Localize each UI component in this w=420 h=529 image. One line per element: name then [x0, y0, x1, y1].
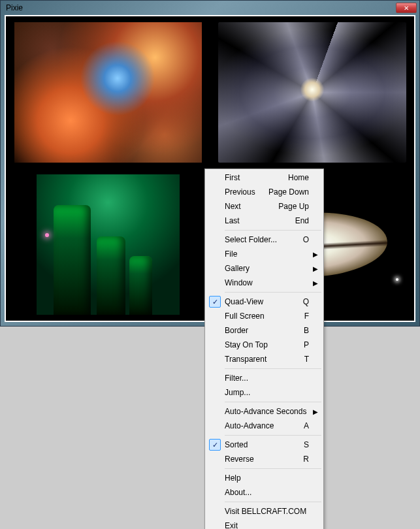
menu-item-transparent[interactable]: TransparentT	[206, 352, 322, 366]
menu-item-exit[interactable]: Exit	[206, 519, 322, 529]
menu-separator	[225, 230, 321, 231]
close-icon: ✕	[404, 5, 409, 12]
close-button[interactable]: ✕	[396, 3, 417, 13]
menu-item-window[interactable]: Window▶	[206, 276, 322, 290]
menu-item-shortcut: R	[295, 455, 309, 464]
menu-item-shortcut: F	[297, 312, 309, 321]
menu-item-shortcut: O	[295, 235, 309, 244]
menu-item-first[interactable]: FirstHome	[206, 170, 322, 185]
menu-item-previous[interactable]: PreviousPage Down	[206, 185, 322, 199]
menu-item-label: Reverse	[225, 455, 295, 464]
chevron-right-icon: ▶	[313, 280, 318, 287]
menu-item-label: Quad-View	[225, 297, 295, 306]
menu-item-label: Full Screen	[225, 312, 297, 321]
menu-item-reverse[interactable]: ReverseR	[206, 452, 322, 466]
menu-item-label: Auto-Advance	[225, 421, 296, 430]
menu-separator	[225, 468, 321, 469]
menu-item-label: Auto-Advance Seconds	[225, 407, 309, 416]
menu-item-label: Visit BELLCRAFT.COM	[225, 507, 309, 516]
menu-item-stay-on-top[interactable]: Stay On TopP	[206, 338, 322, 352]
menu-item-label: Filter...	[225, 374, 309, 383]
menu-item-gallery[interactable]: Gallery▶	[206, 261, 322, 276]
image-thumbnail	[14, 22, 202, 162]
menu-item-shortcut: B	[296, 326, 309, 335]
menu-item-label: Gallery	[225, 264, 309, 273]
menu-item-next[interactable]: NextPage Up	[206, 199, 322, 214]
menu-separator	[225, 502, 321, 502]
menu-item-shortcut: Page Down	[261, 187, 309, 197]
menu-item-label: File	[225, 249, 309, 259]
menu-separator	[225, 435, 321, 436]
check-icon: ✓	[209, 296, 221, 308]
menu-item-shortcut: P	[296, 340, 309, 349]
check-icon: ✓	[209, 439, 221, 451]
menu-item-label: Window	[225, 278, 309, 287]
menu-separator	[225, 368, 321, 369]
menu-item-border[interactable]: BorderB	[206, 323, 322, 338]
menu-item-shortcut: Home	[280, 173, 309, 182]
titlebar[interactable]: Pixie ✕	[1, 1, 419, 15]
menu-item-shortcut: S	[296, 440, 309, 449]
image-thumbnail	[37, 174, 180, 314]
chevron-right-icon: ▶	[313, 265, 318, 272]
menu-item-shortcut: Q	[295, 297, 309, 306]
menu-item-shortcut: A	[296, 421, 309, 430]
menu-item-label: Border	[225, 326, 296, 335]
menu-item-filter[interactable]: Filter...	[206, 371, 322, 385]
menu-item-auto-advance-seconds[interactable]: Auto-Advance Seconds▶	[206, 404, 322, 419]
menu-item-label: Help	[225, 473, 309, 483]
menu-item-label: Sorted	[225, 440, 296, 449]
menu-item-label: Select Folder...	[225, 235, 295, 244]
menu-item-label: Jump...	[225, 388, 309, 397]
chevron-right-icon: ▶	[313, 251, 318, 258]
menu-item-label: Exit	[225, 521, 309, 529]
menu-item-last[interactable]: LastEnd	[206, 214, 322, 228]
menu-item-shortcut: Page Up	[270, 202, 309, 211]
menu-item-auto-advance[interactable]: Auto-AdvanceA	[206, 419, 322, 433]
menu-item-label: Previous	[225, 187, 261, 197]
menu-item-label: First	[225, 173, 280, 182]
menu-item-shortcut: End	[287, 216, 309, 225]
menu-item-shortcut: T	[297, 355, 309, 364]
menu-item-visit-bellcraft-com[interactable]: Visit BELLCRAFT.COM	[206, 504, 322, 519]
image-thumbnail	[218, 22, 406, 162]
menu-item-label: Stay On Top	[225, 340, 296, 349]
menu-item-quad-view[interactable]: ✓Quad-ViewQ	[206, 295, 322, 309]
quad-top-left[interactable]	[6, 16, 210, 168]
menu-item-label: Transparent	[225, 355, 297, 364]
context-menu[interactable]: FirstHomePreviousPage DownNextPage UpLas…	[204, 168, 324, 529]
menu-item-help[interactable]: Help	[206, 471, 322, 485]
chevron-right-icon: ▶	[313, 408, 318, 415]
quad-bottom-left[interactable]	[6, 168, 210, 321]
menu-item-label: Last	[225, 216, 287, 225]
menu-item-about[interactable]: About...	[206, 485, 322, 500]
menu-item-full-screen[interactable]: Full ScreenF	[206, 309, 322, 323]
menu-item-file[interactable]: File▶	[206, 247, 322, 261]
quad-top-right[interactable]	[210, 16, 415, 168]
menu-item-select-folder[interactable]: Select Folder...O	[206, 232, 322, 247]
menu-item-label: Next	[225, 202, 270, 211]
menu-separator	[225, 292, 321, 293]
window-title: Pixie	[3, 3, 396, 12]
menu-item-label: About...	[225, 488, 309, 497]
menu-separator	[225, 402, 321, 402]
menu-item-jump[interactable]: Jump...	[206, 385, 322, 400]
menu-item-sorted[interactable]: ✓SortedS	[206, 438, 322, 452]
